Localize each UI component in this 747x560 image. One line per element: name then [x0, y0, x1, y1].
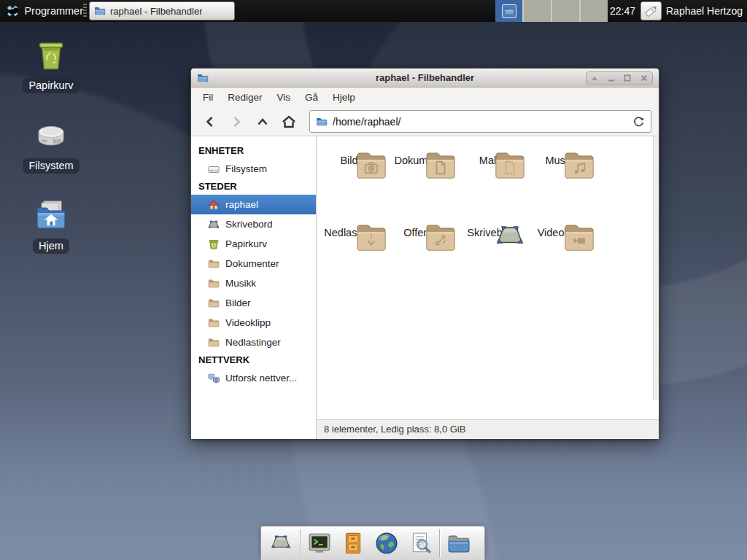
sidebar-item-browse-network[interactable]: Utforsk nettver... [191, 368, 316, 388]
sidebar-item-downloads[interactable]: Nedlastinger [191, 332, 316, 352]
close-button[interactable] [636, 72, 653, 84]
scrollbar-track[interactable] [653, 136, 659, 400]
globe-icon [374, 531, 399, 556]
back-icon [203, 114, 217, 129]
workspace-3[interactable] [552, 0, 579, 22]
file-grid: Bilder Dokumenter Maler [317, 136, 659, 419]
clock: 22:47 [610, 0, 635, 22]
forward-button[interactable] [223, 110, 249, 133]
home-button[interactable] [276, 110, 302, 133]
folder-icon [94, 5, 106, 17]
sidebar-item-music[interactable]: Musikk [191, 273, 316, 293]
file-item-desktop[interactable]: Skrivebord [457, 219, 527, 238]
menu-file[interactable]: Fil [196, 88, 220, 107]
menu-go[interactable]: Gå [298, 88, 325, 107]
file-manager-window: raphael - Filbehandler Fil Rediger Vis [190, 68, 659, 439]
minimize-button[interactable] [603, 72, 620, 84]
reload-icon [632, 115, 645, 128]
sidebar-item-videos[interactable]: Videoklipp [191, 313, 316, 332]
up-icon [255, 114, 270, 129]
file-item-documents[interactable]: Dokumenter [388, 147, 458, 166]
desktop-icon-home[interactable]: Hjem [15, 198, 88, 254]
sidebar-item-home[interactable]: raphael [191, 195, 316, 214]
workspace-2[interactable] [524, 0, 551, 22]
maximize-icon [622, 73, 632, 83]
folder-pictures-icon [208, 298, 220, 309]
network-icon [208, 373, 220, 384]
desktop-icon-filesystem[interactable]: Filsystem [15, 118, 88, 174]
file-item-music[interactable]: Musikk [527, 147, 597, 166]
sidebar-item-documents[interactable]: Dokumenter [191, 254, 316, 273]
user-actions-button[interactable] [640, 1, 662, 20]
download-emblem-icon [363, 232, 379, 248]
dock-item-show-desktop[interactable] [265, 528, 297, 559]
back-button[interactable] [197, 110, 223, 133]
applications-menu-button[interactable]: Programmer [1, 0, 83, 22]
dock-item-file-cabinet[interactable] [337, 528, 369, 559]
arrow-up-icon [589, 73, 600, 83]
file-item-downloads[interactable]: Nedlastinger [319, 219, 389, 238]
window-body: ENHETER Filsystem STEDER raphael Skriveb… [191, 136, 659, 439]
workspace-4[interactable] [581, 0, 608, 22]
video-emblem-icon [571, 232, 587, 248]
show-desktop-icon [268, 531, 293, 556]
desktop-icon-label: Filsystem [23, 158, 79, 174]
window-titlebar[interactable]: raphael - Filbehandler [191, 69, 659, 88]
panel-grip-handle[interactable] [83, 4, 87, 18]
music-emblem-icon [571, 160, 587, 176]
desktop-icon-trash[interactable]: Papirkurv [15, 38, 88, 93]
dock-panel [260, 526, 485, 560]
file-view: Bilder Dokumenter Maler [317, 136, 659, 439]
workspace-1[interactable] [495, 0, 522, 22]
statusbar: 8 ielementer, Ledig plass: 8,0 GiB [317, 419, 659, 439]
sidebar-item-label: Papirkurv [225, 238, 267, 249]
desktop-icon-label: Papirkurv [23, 78, 79, 93]
menu-view[interactable]: Vis [270, 88, 298, 107]
reload-button[interactable] [632, 115, 645, 128]
file-item-videos[interactable]: Videoklipp [527, 219, 597, 238]
user-name-label[interactable]: Raphael Hertzog [666, 0, 743, 22]
sidebar-item-label: Videoklipp [225, 317, 271, 328]
menu-help[interactable]: Hjelp [325, 88, 363, 107]
desktop-icon-label: Hjem [33, 238, 69, 254]
location-path[interactable]: /home/raphael/ [333, 116, 632, 128]
dock-item-web-browser[interactable] [371, 528, 403, 559]
sidebar-item-trash[interactable]: Papirkurv [191, 234, 316, 254]
location-bar[interactable]: /home/raphael/ [309, 110, 651, 133]
sidebar-item-pictures[interactable]: Bilder [191, 293, 316, 313]
dock-separator [300, 529, 301, 557]
folder-music-icon [208, 278, 220, 289]
close-icon [639, 73, 649, 83]
file-cabinet-icon [341, 531, 365, 556]
shade-button[interactable] [587, 72, 603, 84]
file-item-public[interactable]: Offentlig [388, 219, 458, 238]
forward-icon [229, 114, 244, 129]
trash-icon [208, 238, 220, 250]
dock-item-file-manager[interactable] [443, 528, 475, 559]
dock-item-search[interactable] [404, 528, 436, 559]
search-icon [408, 531, 433, 556]
sidebar-item-filesystem[interactable]: Filsystem [191, 159, 316, 179]
taskbar-window-button[interactable]: raphael - Filbehandler [89, 1, 235, 20]
desktop-screen: Programmer raphael - Filbehandler 22:47 … [0, 0, 747, 560]
up-button[interactable] [249, 110, 276, 133]
folder-downloads-icon [208, 337, 220, 349]
sidebar-item-label: Skrivebord [225, 219, 273, 230]
file-item-templates[interactable]: Maler [457, 147, 527, 166]
eraser-icon [643, 3, 659, 19]
top-panel: Programmer raphael - Filbehandler 22:47 … [0, 0, 747, 22]
sidebar-item-label: raphael [225, 199, 258, 210]
taskbar-window-label: raphael - Filbehandler [110, 6, 202, 17]
terminal-icon [307, 531, 332, 556]
maximize-button[interactable] [619, 72, 636, 84]
document-emblem-icon [433, 160, 449, 176]
menubar: Fil Rediger Vis Gå Hjelp [191, 88, 659, 107]
file-item-pictures[interactable]: Bilder [319, 147, 389, 166]
home-icon [208, 199, 220, 211]
hard-drive-icon [208, 163, 220, 175]
sidebar-item-label: Utforsk nettver... [225, 373, 297, 384]
menu-edit[interactable]: Rediger [220, 88, 269, 107]
folder-icon [504, 6, 514, 16]
dock-item-terminal[interactable] [303, 528, 336, 559]
sidebar-item-desktop[interactable]: Skrivebord [191, 214, 316, 234]
